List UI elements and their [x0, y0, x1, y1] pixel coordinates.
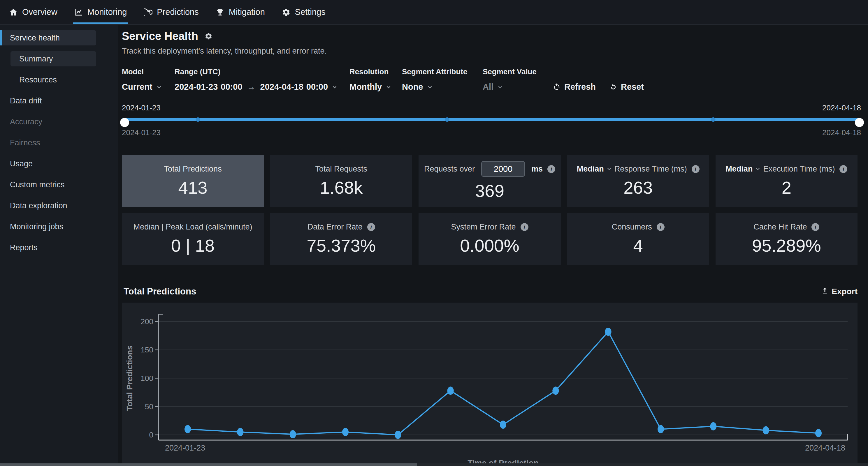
tile-execution-time[interactable]: Median Execution Time (ms) i 2 — [716, 155, 858, 207]
slider-handle-end[interactable] — [855, 118, 864, 127]
monitoring-chart-icon — [74, 8, 83, 16]
slider-month-mark — [711, 118, 715, 122]
tile-value: 369 — [475, 181, 504, 201]
segment-attribute-select[interactable]: None — [402, 82, 483, 92]
model-label: Model — [122, 67, 175, 76]
top-navigation: Overview Monitoring Predictions Mitigati… — [0, 0, 868, 25]
tile-total-predictions[interactable]: Total Predictions 413 — [122, 155, 264, 207]
info-icon[interactable]: i — [367, 223, 375, 231]
kpi-row-2: Median | Peak Load (calls/minute) 0 | 18… — [122, 213, 858, 265]
service-health-page: Overview Monitoring Predictions Mitigati… — [0, 0, 868, 466]
total-predictions-chart[interactable]: 0501001502002024-01-232024-04-18Time of … — [122, 303, 858, 466]
tile-consumers[interactable]: Consumers i 4 — [567, 213, 709, 265]
nav-item-label: Monitoring — [88, 7, 127, 17]
segment-attribute-label: Segment Attribute — [402, 67, 483, 76]
main-content: Service Health Track this deployment's l… — [118, 25, 868, 466]
sidebar-item-fairness[interactable]: Fairness — [0, 135, 118, 150]
tile-requests-over-ms[interactable]: Requests over ms i 369 — [418, 155, 560, 207]
tile-total-requests[interactable]: Total Requests 1.68k — [270, 155, 412, 207]
sidebar-item-reports[interactable]: Reports — [0, 240, 118, 255]
chevron-down-icon — [385, 84, 392, 90]
nav-item-monitoring[interactable]: Monitoring — [74, 0, 127, 24]
svg-text:2024-01-23: 2024-01-23 — [165, 443, 205, 452]
arrow-right-icon: → — [247, 82, 256, 92]
reset-button[interactable]: Reset — [609, 82, 644, 92]
nav-item-label: Settings — [295, 7, 326, 17]
segment-value-label: Segment Value — [483, 67, 553, 76]
horizontal-scrollbar[interactable] — [0, 463, 868, 466]
nav-item-label: Mitigation — [229, 7, 265, 17]
scrollbar-thumb[interactable] — [0, 463, 417, 466]
chart-section-header: Total Predictions Export — [122, 286, 858, 297]
tile-data-error-rate[interactable]: Data Error Rate i 75.373% — [270, 213, 412, 265]
chevron-down-icon — [427, 84, 433, 90]
tile-value: 2 — [782, 178, 792, 198]
sidebar-item-service-health[interactable]: Service health — [0, 30, 96, 45]
nav-item-settings[interactable]: Settings — [282, 0, 326, 24]
resolution-label: Resolution — [349, 67, 402, 76]
requests-over-ms-input[interactable] — [481, 161, 525, 177]
aggregation-dropdown[interactable]: Median — [725, 165, 752, 174]
resolution-select[interactable]: Monthly — [349, 82, 402, 92]
home-icon — [9, 8, 18, 16]
sidebar-item-summary[interactable]: Summary — [10, 51, 96, 66]
segment-value-select[interactable]: All — [483, 82, 553, 92]
slider-handle-start[interactable] — [120, 118, 129, 127]
tile-value: 95.289% — [752, 236, 821, 256]
predictions-spiral-icon — [144, 8, 152, 16]
svg-text:150: 150 — [141, 345, 153, 354]
svg-text:50: 50 — [145, 402, 153, 411]
sidebar-item-resources[interactable]: Resources — [0, 72, 118, 88]
tile-system-error-rate[interactable]: System Error Rate i 0.000% — [418, 213, 560, 265]
model-select[interactable]: Current — [122, 82, 175, 92]
tile-value: 0.000% — [460, 236, 519, 256]
info-icon[interactable]: i — [839, 165, 847, 173]
tile-cache-hit-rate[interactable]: Cache Hit Rate i 95.289% — [716, 213, 858, 265]
nav-item-predictions[interactable]: Predictions — [144, 0, 198, 24]
chevron-down-icon — [497, 84, 503, 90]
settings-gear-icon[interactable] — [205, 32, 213, 40]
slider-range-start: 2024-01-23 — [122, 128, 161, 137]
export-button[interactable]: Export — [821, 287, 858, 297]
svg-text:0: 0 — [149, 430, 153, 439]
info-icon[interactable]: i — [692, 165, 700, 173]
total-predictions-chart-panel: 0501001502002024-01-232024-04-18Time of … — [122, 303, 858, 466]
chevron-down-icon — [606, 166, 612, 172]
sidebar-item-data-exploration[interactable]: Data exploration — [0, 198, 118, 213]
tile-peak-load[interactable]: Median | Peak Load (calls/minute) 0 | 18 — [122, 213, 264, 265]
svg-text:100: 100 — [141, 374, 153, 383]
nav-item-overview[interactable]: Overview — [9, 0, 57, 24]
sidebar-item-usage[interactable]: Usage — [0, 156, 118, 171]
slider-start-date: 2024-01-23 — [122, 103, 161, 112]
tile-value: 1.68k — [320, 178, 363, 198]
sidebar-item-data-drift[interactable]: Data drift — [0, 93, 118, 108]
nav-item-label: Overview — [22, 7, 57, 17]
nav-item-label: Predictions — [157, 7, 198, 17]
sidebar-item-monitoring-jobs[interactable]: Monitoring jobs — [0, 219, 118, 234]
tile-value: 75.373% — [307, 236, 376, 256]
date-range-picker[interactable]: 2024-01-23 00:00 → 2024-04-18 00:00 — [175, 82, 349, 92]
refresh-button[interactable]: Refresh — [553, 82, 596, 92]
range-label: Range (UTC) — [175, 67, 349, 76]
svg-text:2024-04-18: 2024-04-18 — [805, 443, 845, 452]
chevron-down-icon — [156, 84, 162, 90]
nav-item-mitigation[interactable]: Mitigation — [216, 0, 265, 24]
svg-text:200: 200 — [141, 317, 153, 326]
chevron-down-icon — [755, 166, 761, 172]
sidebar-item-accuracy[interactable]: Accuracy — [0, 114, 118, 129]
sidebar-item-custom-metrics[interactable]: Custom metrics — [0, 177, 118, 192]
info-icon[interactable]: i — [521, 223, 528, 231]
export-icon — [821, 287, 829, 297]
filter-bar: Model Range (UTC) Resolution Segment Att… — [122, 67, 858, 92]
slider-track[interactable] — [122, 118, 861, 121]
info-icon[interactable]: i — [547, 165, 555, 173]
tile-response-time[interactable]: Median Response Time (ms) i 263 — [567, 155, 709, 207]
slider-end-date: 2024-04-18 — [822, 103, 861, 112]
info-icon[interactable]: i — [811, 223, 819, 231]
trophy-icon — [216, 8, 224, 16]
tile-value: 413 — [178, 178, 208, 198]
page-subtitle: Track this deployment's latency, through… — [122, 46, 858, 56]
aggregation-dropdown[interactable]: Median — [577, 165, 604, 174]
sidebar: Service health Summary Resources Data dr… — [0, 25, 118, 466]
info-icon[interactable]: i — [657, 223, 664, 231]
